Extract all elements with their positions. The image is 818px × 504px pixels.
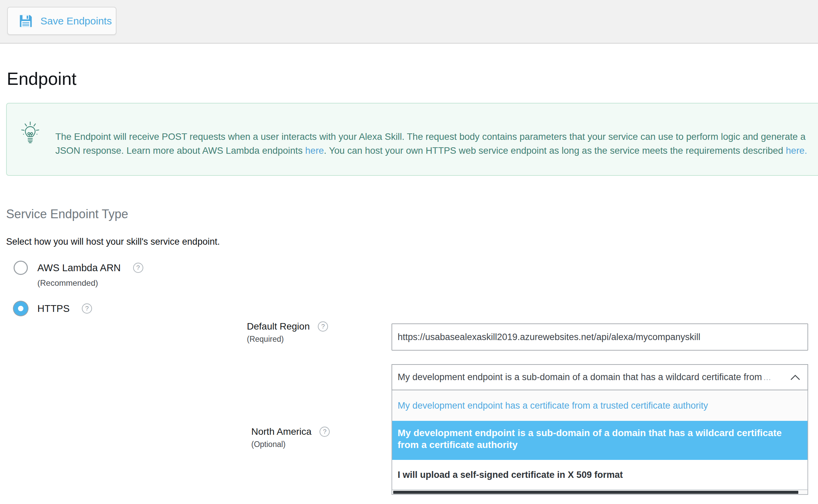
radio-input-aws-lambda-arn [14,261,28,275]
default-region-required-note: (Required) [247,335,328,344]
north-america-label: North America [251,426,311,437]
radio-input-https-selected [14,301,28,316]
endpoint-page: Save Endpoints Endpoint [0,0,818,504]
info-text: The Endpoint will receive POST requests … [55,130,818,157]
section-subtitle: Select how you will host your skill's se… [6,237,220,247]
default-region-label: Default Region [247,321,310,332]
chevron-up-icon [790,374,801,380]
help-icon-aws-lambda-arn[interactable]: ? [133,263,143,273]
north-america-optional-note: (Optional) [251,440,330,449]
dropdown-horizontal-scrollbar [392,489,807,494]
question-mark-glyph: ? [136,264,140,272]
dropdown-option-self-signed[interactable]: I will upload a self-signed certificate … [392,460,807,490]
north-america-label-block: North America ? (Optional) [251,426,330,449]
certificate-type-select[interactable]: My development endpoint is a sub-domain … [392,364,808,390]
toolbar: Save Endpoints [0,0,818,44]
lambda-endpoints-link[interactable]: here [305,145,324,156]
selected-certificate-text: My development endpoint is a sub-domain … [398,372,762,382]
lightbulb-icon [21,121,39,152]
default-region-label-block: Default Region ? (Required) [247,321,328,344]
requirements-link[interactable]: here. [786,145,807,156]
help-icon-https[interactable]: ? [82,303,92,314]
question-mark-glyph: ? [321,323,325,330]
radio-option-aws-lambda-arn[interactable]: AWS Lambda ARN ? [14,261,143,275]
question-mark-glyph: ? [323,428,327,435]
dropdown-option-label: I will upload a self-signed certificate … [398,470,623,480]
radio-label-aws-lambda-arn: AWS Lambda ARN [37,262,121,274]
truncation-ellipsis: ... [763,372,771,382]
radio-sublabel-recommended: (Recommended) [37,278,98,288]
floppy-disk-icon [19,14,33,28]
save-button-label: Save Endpoints [40,15,112,27]
section-title: Service Endpoint Type [6,207,128,221]
dropdown-option-label: My development endpoint has a certificat… [398,400,708,411]
dropdown-option-label: My development endpoint is a sub-domain … [398,428,782,450]
help-icon-north-america[interactable]: ? [320,427,330,437]
dropdown-option-trusted-ca[interactable]: My development endpoint has a certificat… [392,390,807,421]
dropdown-option-wildcard-ca-highlighted[interactable]: My development endpoint is a sub-domain … [392,421,807,460]
save-endpoints-button[interactable]: Save Endpoints [7,7,116,35]
endpoint-url-input[interactable] [392,323,808,351]
info-text-part2: . You can host your own HTTPS web servic… [324,145,786,156]
certificate-dropdown-list: My development endpoint has a certificat… [392,390,808,495]
radio-label-https: HTTPS [37,303,70,314]
radio-option-https[interactable]: HTTPS ? [14,301,92,316]
page-title: Endpoint [7,69,76,89]
scrollbar-thumb[interactable] [393,491,798,494]
help-icon-default-region[interactable]: ? [318,321,328,332]
question-mark-glyph: ? [85,305,89,312]
